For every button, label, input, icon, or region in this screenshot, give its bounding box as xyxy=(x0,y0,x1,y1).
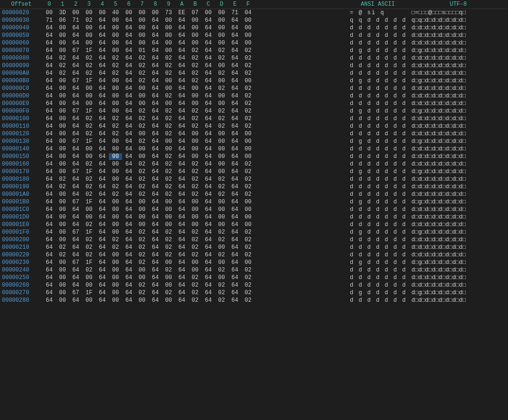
hex-cell[interactable]: 64 xyxy=(43,274,56,281)
hex-cell[interactable]: 02 xyxy=(135,252,149,258)
hex-cell[interactable]: 64 xyxy=(122,297,135,304)
hex-cell[interactable]: 64 xyxy=(149,221,162,228)
hex-cell[interactable]: 00 xyxy=(82,153,96,160)
table-row[interactable]: 000000B06400671F640064026400640264006400… xyxy=(0,77,508,85)
hex-cell[interactable]: 64 xyxy=(43,229,56,236)
hex-cell[interactable]: 02 xyxy=(188,289,202,296)
table-row[interactable]: 0000003071067102640064006400640064006400… xyxy=(0,17,508,24)
hex-cell[interactable]: 02 xyxy=(135,176,149,183)
hex-cell[interactable]: 02 xyxy=(188,282,202,289)
hex-cell[interactable]: 64 xyxy=(122,85,135,92)
hex-cell[interactable]: 00 xyxy=(56,25,69,31)
hex-cell[interactable]: 02 xyxy=(82,252,96,258)
hex-cell[interactable]: 64 xyxy=(175,282,188,289)
hex-cell[interactable]: 02 xyxy=(188,176,202,183)
hex-cell[interactable]: 00 xyxy=(241,138,255,145)
hex-cell[interactable]: 64 xyxy=(228,206,241,213)
hex-cell[interactable]: 02 xyxy=(162,131,175,137)
hex-cell[interactable]: 64 xyxy=(43,115,56,122)
hex-cell[interactable]: 00 xyxy=(109,17,122,24)
hex-cell[interactable]: 64 xyxy=(202,199,215,205)
hex-cell[interactable]: 02 xyxy=(215,176,228,183)
hex-cell[interactable]: 02 xyxy=(162,236,175,243)
hex-cell[interactable]: 64 xyxy=(149,236,162,243)
hex-cell[interactable]: 64 xyxy=(175,153,188,160)
hex-cell[interactable]: 02 xyxy=(135,289,149,296)
hex-cell[interactable]: 64 xyxy=(96,138,109,145)
hex-cell[interactable]: 64 xyxy=(122,267,135,273)
hex-cell[interactable]: 64 xyxy=(228,184,241,190)
hex-cell[interactable]: 00 xyxy=(82,9,96,16)
table-row[interactable]: 0000010064006402640264026402640264026402… xyxy=(0,115,508,122)
hex-cell[interactable]: 64 xyxy=(122,47,135,54)
hex-cell[interactable]: 02 xyxy=(109,115,122,122)
hex-cell[interactable]: 64 xyxy=(69,32,82,39)
hex-cell[interactable]: 64 xyxy=(122,138,135,145)
hex-cell[interactable]: 64 xyxy=(175,191,188,198)
hex-cell[interactable]: 64 xyxy=(96,229,109,236)
hex-cell[interactable]: 00 xyxy=(135,40,149,46)
hex-cell[interactable]: 64 xyxy=(149,214,162,220)
hex-cell[interactable]: 00 xyxy=(162,282,175,289)
hex-cell[interactable]: 64 xyxy=(175,93,188,99)
hex-cell[interactable]: 00 xyxy=(188,267,202,273)
table-row[interactable]: 0000004064006400640064006400640064006400… xyxy=(0,24,508,32)
hex-cell[interactable]: 64 xyxy=(122,184,135,190)
hex-cell[interactable]: 02 xyxy=(109,244,122,251)
hex-cell[interactable]: 64 xyxy=(69,282,82,289)
hex-cell[interactable]: 02 xyxy=(162,191,175,198)
hex-cell[interactable]: 02 xyxy=(135,78,149,84)
hex-cell[interactable]: 02 xyxy=(215,70,228,77)
hex-cell[interactable]: 02 xyxy=(241,100,255,107)
hex-cell[interactable]: 02 xyxy=(162,289,175,296)
hex-cell[interactable]: 64 xyxy=(43,100,56,107)
hex-cell[interactable]: 00 xyxy=(56,123,69,130)
hex-cell[interactable]: 02 xyxy=(135,229,149,236)
hex-cell[interactable]: 00 xyxy=(135,93,149,99)
hex-cell[interactable]: 00 xyxy=(241,199,255,205)
hex-cell[interactable]: 02 xyxy=(135,70,149,77)
hex-cell[interactable]: 64 xyxy=(149,131,162,137)
hex-cell[interactable]: 00 xyxy=(56,236,69,243)
hex-cell[interactable]: 64 xyxy=(202,70,215,77)
table-row[interactable]: 0000022064026402640064026402640264026402… xyxy=(0,251,508,259)
hex-cell[interactable]: 64 xyxy=(175,168,188,175)
hex-cell[interactable]: 64 xyxy=(228,146,241,152)
hex-cell[interactable]: 64 xyxy=(228,62,241,69)
hex-cell[interactable]: 64 xyxy=(43,267,56,273)
hex-cell[interactable]: 00 xyxy=(109,161,122,167)
hex-cell[interactable]: 00 xyxy=(188,214,202,220)
hex-cell[interactable]: 64 xyxy=(69,236,82,243)
hex-cell[interactable]: 64 xyxy=(228,123,241,130)
hex-cell[interactable]: 00 xyxy=(215,131,228,137)
hex-cell[interactable]: 64 xyxy=(43,191,56,198)
table-row[interactable]: 000001F06400671F640064026402640264026402… xyxy=(0,228,508,236)
hex-cell[interactable]: 00 xyxy=(241,131,255,137)
hex-cell[interactable]: 64 xyxy=(96,191,109,198)
hex-cell[interactable]: 02 xyxy=(82,191,96,198)
hex-cell[interactable]: 64 xyxy=(228,236,241,243)
hex-cell[interactable]: 02 xyxy=(162,62,175,69)
hex-cell[interactable]: 64 xyxy=(202,138,215,145)
hex-cell[interactable]: 64 xyxy=(175,78,188,84)
hex-cell[interactable]: 00 xyxy=(241,206,255,213)
hex-cell[interactable]: 64 xyxy=(202,221,215,228)
hex-cell[interactable]: 00 xyxy=(109,138,122,145)
hex-cell[interactable]: 02 xyxy=(215,282,228,289)
hex-cell[interactable]: 64 xyxy=(149,289,162,296)
hex-cell[interactable]: 64 xyxy=(69,297,82,304)
table-row[interactable]: 000000706400671F640064016400640264026402… xyxy=(0,47,508,54)
hex-cell[interactable]: 64 xyxy=(122,153,135,160)
hex-cell[interactable]: 02 xyxy=(56,70,69,77)
hex-cell[interactable]: 01 xyxy=(135,47,149,54)
hex-cell[interactable]: 00 xyxy=(215,78,228,84)
hex-cell[interactable]: 64 xyxy=(122,289,135,296)
hex-cell[interactable]: 64 xyxy=(122,146,135,152)
hex-cell[interactable]: 00 xyxy=(69,9,82,16)
hex-cell[interactable]: 64 xyxy=(149,184,162,190)
hex-cell[interactable]: 00 xyxy=(162,32,175,39)
hex-cell[interactable]: 00 xyxy=(109,93,122,99)
hex-cell[interactable]: 02 xyxy=(162,267,175,273)
hex-cell[interactable]: 00 xyxy=(109,100,122,107)
hex-cell[interactable]: 02 xyxy=(135,236,149,243)
